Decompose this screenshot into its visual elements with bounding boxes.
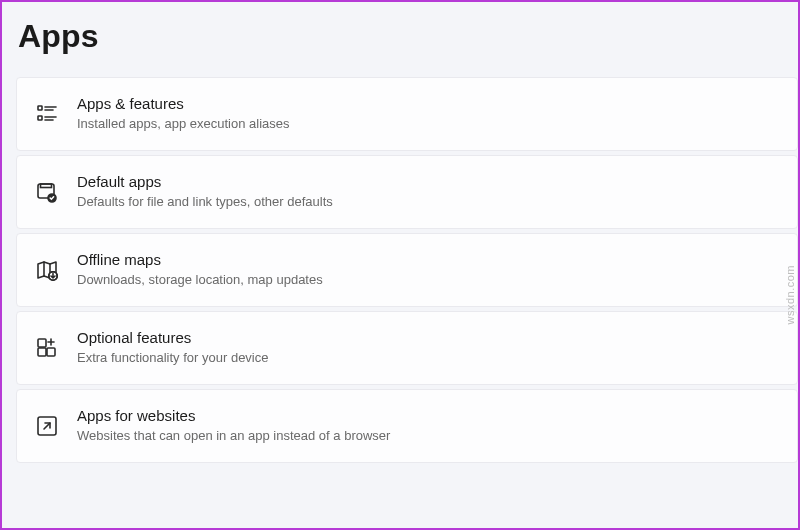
svg-rect-7 bbox=[41, 184, 52, 188]
row-title: Offline maps bbox=[77, 251, 323, 270]
svg-rect-15 bbox=[38, 339, 46, 347]
row-title: Optional features bbox=[77, 329, 268, 348]
row-optional-features[interactable]: Optional features Extra functionality fo… bbox=[16, 311, 798, 385]
svg-rect-1 bbox=[38, 116, 42, 120]
default-apps-icon bbox=[35, 180, 77, 204]
settings-apps-pane: Apps Apps & features Installed apps, app… bbox=[0, 0, 800, 530]
svg-rect-0 bbox=[38, 106, 42, 110]
optional-features-icon bbox=[35, 336, 77, 360]
row-subtitle: Websites that can open in an app instead… bbox=[77, 428, 390, 445]
svg-rect-14 bbox=[47, 348, 55, 356]
row-title: Apps for websites bbox=[77, 407, 390, 426]
page-title: Apps bbox=[2, 2, 798, 77]
row-title: Apps & features bbox=[77, 95, 289, 114]
apps-features-icon bbox=[35, 102, 77, 126]
row-default-apps[interactable]: Default apps Defaults for file and link … bbox=[16, 155, 798, 229]
row-text: Offline maps Downloads, storage location… bbox=[77, 251, 323, 289]
row-apps-for-websites[interactable]: Apps for websites Websites that can open… bbox=[16, 389, 798, 463]
row-subtitle: Installed apps, app execution aliases bbox=[77, 116, 289, 133]
row-text: Default apps Defaults for file and link … bbox=[77, 173, 333, 211]
apps-for-websites-icon bbox=[35, 414, 77, 438]
row-subtitle: Downloads, storage location, map updates bbox=[77, 272, 323, 289]
row-offline-maps[interactable]: Offline maps Downloads, storage location… bbox=[16, 233, 798, 307]
settings-rows: Apps & features Installed apps, app exec… bbox=[2, 77, 798, 463]
offline-maps-icon bbox=[35, 258, 77, 282]
row-apps-features[interactable]: Apps & features Installed apps, app exec… bbox=[16, 77, 798, 151]
row-text: Apps for websites Websites that can open… bbox=[77, 407, 390, 445]
row-subtitle: Defaults for file and link types, other … bbox=[77, 194, 333, 211]
watermark: wsxdn.com bbox=[784, 265, 796, 325]
row-subtitle: Extra functionality for your device bbox=[77, 350, 268, 367]
svg-rect-13 bbox=[38, 348, 46, 356]
row-text: Optional features Extra functionality fo… bbox=[77, 329, 268, 367]
row-title: Default apps bbox=[77, 173, 333, 192]
row-text: Apps & features Installed apps, app exec… bbox=[77, 95, 289, 133]
